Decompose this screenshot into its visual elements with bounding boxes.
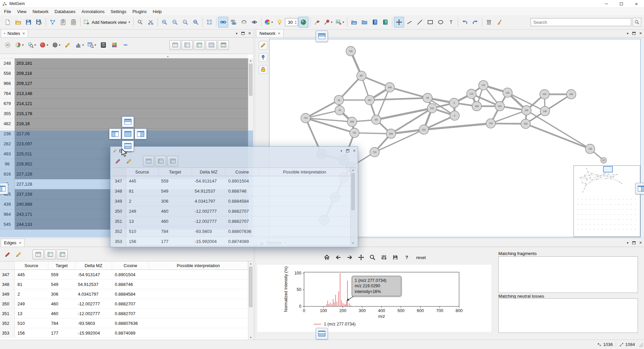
- row-header-cell[interactable]: 350: [113, 206, 126, 216]
- spectra-library-button[interactable]: [370, 17, 380, 28]
- network-node[interactable]: 49: [335, 106, 344, 115]
- forward-button[interactable]: [345, 253, 354, 262]
- save-figure-button[interactable]: [391, 253, 400, 262]
- row-header-cell[interactable]: 349: [113, 196, 126, 206]
- edge-cell[interactable]: [259, 237, 350, 247]
- minimize-button[interactable]: [599, 0, 614, 7]
- edge-cell[interactable]: 0.88807636: [226, 227, 259, 237]
- resize-grip[interactable]: [638, 342, 643, 347]
- network-node[interactable]: 145: [540, 106, 550, 116]
- edge-cell[interactable]: 0.8884584: [226, 196, 259, 206]
- scroll-down-icon[interactable]: ▾: [248, 336, 253, 339]
- edge-cell[interactable]: 0.8882707: [112, 299, 149, 309]
- column-header-possible-interpretation[interactable]: Possible interpretation: [259, 168, 350, 176]
- edge-cell[interactable]: 0.8882707: [226, 216, 259, 227]
- edge-cell[interactable]: [259, 176, 350, 186]
- network-node[interactable]: 367: [365, 95, 374, 105]
- network-edge[interactable]: [354, 133, 391, 134]
- edge-cell[interactable]: 784: [158, 227, 192, 237]
- network-edge[interactable]: [491, 123, 526, 124]
- node-preview-button[interactable]: ▾: [26, 40, 38, 50]
- edge-cell[interactable]: 156: [126, 237, 158, 247]
- open-search-button[interactable]: [135, 17, 145, 28]
- network-node[interactable]: 46: [334, 95, 344, 105]
- pie-chart-mapping-button[interactable]: ▾: [14, 40, 25, 50]
- column-header-cosine[interactable]: Cosine: [112, 261, 149, 269]
- hide-column-button[interactable]: [120, 40, 131, 50]
- search-button[interactable]: [633, 18, 641, 27]
- zoom-to-fit-button[interactable]: [191, 17, 201, 28]
- matching-neutral-losses-list[interactable]: [498, 298, 638, 333]
- import-group-mappings-button[interactable]: [68, 17, 79, 28]
- draw-ellipse-button[interactable]: [436, 17, 446, 28]
- floating-vertical-scrollbar[interactable]: ▴ ▾: [350, 168, 355, 245]
- edge-cell[interactable]: 177: [158, 237, 192, 247]
- edge-cell[interactable]: 13: [126, 216, 158, 227]
- row-header-cell[interactable]: 352: [113, 227, 126, 237]
- show-isolated-nodes-button[interactable]: [249, 17, 259, 28]
- pan-button[interactable]: [357, 253, 365, 262]
- menu-plugins[interactable]: Plugins: [129, 8, 150, 15]
- edge-cell[interactable]: -54.913147: [75, 270, 112, 280]
- annotate-button[interactable]: [259, 41, 267, 50]
- node-value-cell[interactable]: 209,127: [15, 79, 248, 89]
- network-edge[interactable]: [526, 124, 590, 149]
- row-header-cell[interactable]: 350: [0, 299, 15, 309]
- node-size-spinner[interactable]: 30▴▾: [285, 18, 298, 26]
- edge-cell[interactable]: 460: [48, 299, 75, 309]
- edge-cell[interactable]: 4.0341797: [75, 289, 112, 299]
- row-header-cell[interactable]: 347: [0, 270, 15, 280]
- find-in-table-button[interactable]: ▾: [86, 40, 98, 50]
- show-selected-rows-button[interactable]: [167, 156, 178, 166]
- row-header-cell[interactable]: 482: [0, 119, 15, 129]
- edge-cell[interactable]: 0.8882707: [226, 206, 259, 216]
- show-all-rows-button[interactable]: [33, 250, 44, 259]
- edge-cell[interactable]: 2: [15, 289, 48, 299]
- edges-table-row[interactable]: 3488154954.9125370.888746: [113, 186, 355, 196]
- edge-cell[interactable]: 156: [15, 328, 48, 338]
- edge-cell[interactable]: [259, 196, 350, 206]
- edge-cell[interactable]: [259, 216, 350, 227]
- row-header-cell[interactable]: 966: [0, 79, 15, 89]
- corner-header-cell[interactable]: [0, 261, 15, 269]
- edge-cell[interactable]: 0.8901504: [112, 270, 149, 280]
- network-node[interactable]: 516: [419, 125, 429, 134]
- dock-target-left[interactable]: [109, 129, 121, 139]
- row-header-cell[interactable]: 348: [113, 186, 126, 196]
- open-project-button[interactable]: [13, 17, 23, 28]
- tab-close-icon[interactable]: ×: [278, 31, 281, 36]
- tab-close-icon[interactable]: ×: [19, 241, 21, 245]
- dock-target-center[interactable]: [122, 129, 134, 139]
- configure-plot-button[interactable]: [380, 253, 388, 262]
- edge-cell[interactable]: 2: [126, 196, 158, 206]
- network-node[interactable]: 62: [601, 157, 606, 163]
- row-header-cell[interactable]: 355: [0, 109, 15, 119]
- clear-annotations-button[interactable]: [494, 17, 504, 28]
- shrink-nodes-button[interactable]: [3, 40, 13, 50]
- edge-cell[interactable]: -15.992004: [192, 237, 226, 247]
- network-node[interactable]: 136: [503, 88, 512, 97]
- import-metadata-button[interactable]: [58, 17, 68, 28]
- nodes-table-row[interactable]: 558209,118: [0, 68, 248, 79]
- minimap-viewport[interactable]: [603, 166, 612, 172]
- node-value-cell[interactable]: 203,181: [15, 58, 248, 68]
- show-all-rows-button[interactable]: [143, 156, 154, 166]
- hide-isolated-nodes-button[interactable]: [239, 17, 249, 28]
- edge-cell[interactable]: [149, 299, 248, 309]
- tab-edges[interactable]: Edges ×: [1, 239, 24, 247]
- network-node[interactable]: 896: [386, 129, 396, 138]
- network-edge[interactable]: [527, 110, 590, 149]
- network-edge[interactable]: [306, 100, 339, 118]
- edge-cell[interactable]: 0.8882707: [112, 309, 149, 318]
- panel-menu-button[interactable]: ▾: [627, 241, 629, 245]
- scrollbar-thumb[interactable]: [249, 267, 252, 307]
- edge-cell[interactable]: [149, 280, 248, 289]
- edges-vertical-scrollbar[interactable]: ▴ ▾: [248, 261, 253, 340]
- edge-cell[interactable]: 784: [48, 318, 75, 328]
- edge-cell[interactable]: 13: [15, 309, 48, 318]
- node-color-mapping-button[interactable]: ▾: [38, 40, 50, 50]
- edge-cell[interactable]: 4.0341797: [192, 196, 226, 206]
- edge-cell[interactable]: 0.8874089: [112, 328, 149, 338]
- edges-table-row[interactable]: 352510784-93.56030.88807636: [0, 318, 253, 328]
- tab-network[interactable]: Network ×: [256, 29, 284, 37]
